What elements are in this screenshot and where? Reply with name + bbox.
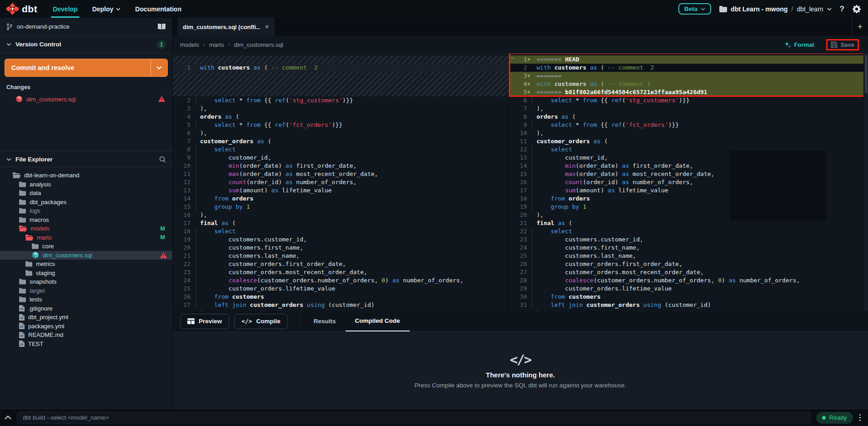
code-line-9[interactable]: 9 customer_id, [173, 154, 508, 162]
code-line-22[interactable]: 22 customer_orders.first_order_date, [173, 260, 508, 268]
tree-item-dbt-project-yml[interactable]: dbt_project.yml [0, 313, 172, 322]
code-line-25[interactable]: 25 customers.last_name, [509, 252, 868, 260]
tree-item-test[interactable]: TEST [0, 340, 172, 349]
tree-item-analysis[interactable]: analysis [0, 180, 172, 189]
code-line-4[interactable]: 4+with customers as ( -- comment 1 [509, 80, 868, 88]
tree-item-packages-yml[interactable]: packages.yml [0, 322, 172, 331]
code-line-27[interactable]: 27 customer_orders.most_recent_order_dat… [509, 268, 868, 276]
commit-options-chevron[interactable] [151, 59, 167, 76]
code-line-32[interactable]: 32) [509, 309, 868, 311]
preview-button[interactable]: Preview [180, 314, 229, 329]
breadcrumb-file[interactable]: dim_customers.sql [234, 41, 283, 48]
code-line-29[interactable]: 29 customer_orders.lifetime_value [509, 285, 868, 293]
dbt-logo[interactable]: dbt [6, 3, 37, 15]
code-line-26[interactable]: 26 customer_orders.first_order_date, [509, 260, 868, 268]
account-project-selector[interactable]: dbt Learn - mwong / dbt_learn [719, 5, 832, 13]
nav-deploy[interactable]: Deploy [92, 0, 121, 18]
scrollbar-thumb[interactable] [865, 55, 868, 94]
code-line-22[interactable]: 22 select [509, 227, 868, 236]
nav-documentation[interactable]: Documentation [135, 0, 181, 18]
code-line-9[interactable]: 9 select * from {{ ref('fct_orders')}} [509, 121, 868, 129]
code-line-13[interactable]: 13 sum(amount) as lifetime_value [173, 186, 508, 195]
tree-item-dbt-learn-on-demand[interactable]: dbt-learn-on-demand [0, 171, 172, 180]
editor-scrollbar[interactable] [863, 54, 868, 311]
code-line-17[interactable]: 17final as ( [173, 219, 508, 227]
code-line-1[interactable]: 1with customers as ( -- comment 2 [173, 64, 508, 72]
tree-item-dbt-packages[interactable]: dbt_packages [0, 198, 172, 207]
command-input[interactable] [17, 411, 811, 424]
breadcrumb-models[interactable]: models [180, 41, 199, 48]
close-tab-icon[interactable]: ✕ [265, 24, 269, 30]
code-line-24[interactable]: 24 customers.first_name, [509, 244, 868, 252]
code-line-11[interactable]: 11 max(order_date) as most_recent_order_… [173, 170, 508, 178]
code-line-2[interactable]: 2with customers as ( -- comment 2 [509, 64, 868, 72]
code-line-31[interactable]: 31 left join customer_orders using (cust… [509, 301, 868, 309]
help-icon[interactable]: ? [840, 5, 844, 14]
search-icon[interactable] [159, 156, 166, 163]
overflow-menu-icon[interactable] [858, 413, 862, 422]
changed-file-item[interactable]: dim_customers.sql [5, 93, 168, 105]
commit-and-resolve-button[interactable]: Commit and resolve [5, 59, 168, 77]
tree-item-macros[interactable]: macros [0, 216, 172, 225]
code-line-26[interactable]: 26 from customers [173, 293, 508, 301]
tab-results[interactable]: Results [304, 311, 346, 331]
file-explorer-header[interactable]: File Explorer [0, 151, 172, 167]
tree-item-staging[interactable]: staging [0, 269, 172, 278]
code-line-18[interactable]: 18 select [173, 227, 508, 236]
tab-dim-customers[interactable]: dim_customers.sql (confli... ✕ [177, 18, 275, 36]
tree-item-core[interactable]: core [0, 242, 172, 251]
code-line-16[interactable]: 16), [173, 211, 508, 219]
code-line-15[interactable]: 15 group by 1 [173, 203, 508, 211]
code-line-20[interactable]: 20 customers.first_name, [173, 244, 508, 252]
code-line-30[interactable]: 30 from customers [509, 293, 868, 301]
tree-item-target[interactable]: target [0, 286, 172, 296]
code-line-19[interactable]: 19 customers.customer_id, [173, 236, 508, 244]
save-button[interactable]: Save [831, 41, 854, 48]
format-button[interactable]: Format [784, 41, 814, 48]
code-line-28[interactable]: 28) [173, 309, 508, 311]
code-line-21[interactable]: 21 customers.last_name, [173, 252, 508, 260]
code-line-5[interactable]: 5 select * from {{ ref('fct_orders')}} [173, 121, 508, 129]
tree-item-readme-md[interactable]: README.md [0, 331, 172, 340]
nav-develop[interactable]: Develop [53, 0, 77, 18]
code-line-28[interactable]: 28 coalesce(customer_orders.number_of_or… [509, 276, 868, 285]
editor-pane-conflict[interactable]: ¬ 1+<<<<<<< HEAD2with customers as ( -- … [509, 54, 868, 311]
code-line-8[interactable]: 8orders as ( [509, 113, 868, 121]
code-line-24[interactable]: 24 coalesce(customer_orders.number_of_or… [173, 276, 508, 285]
code-line-10[interactable]: 10), [509, 129, 868, 137]
tree-item-marts[interactable]: martsM [0, 233, 172, 242]
new-tab-button[interactable]: + [852, 18, 868, 36]
tree-item-models[interactable]: modelsM [0, 224, 172, 233]
code-line-8[interactable]: 8 select [173, 145, 508, 154]
code-line-12[interactable]: 12 count(order_id) as number_of_orders, [173, 178, 508, 186]
code-line-2[interactable]: 2 select * from {{ ref('stg_customers')}… [173, 96, 508, 105]
tree-item-data[interactable]: data [0, 189, 172, 198]
tree-item-logs[interactable]: logs [0, 206, 172, 216]
tree-item-metrics[interactable]: metrics [0, 260, 172, 269]
code-line-11[interactable]: 11customer_orders as ( [509, 137, 868, 145]
docs-book-icon[interactable] [157, 23, 166, 30]
editor-pane-current[interactable]: 1with customers as ( -- comment 22 selec… [173, 54, 509, 311]
chevron-up-icon[interactable] [5, 416, 11, 420]
code-line-27[interactable]: 27 left join customer_orders using (cust… [173, 301, 508, 309]
code-line-7[interactable]: 7customer_orders as ( [173, 137, 508, 145]
code-line-5[interactable]: 5+>>>>>>> b81f802a66fd544504c65721e3ffaa… [509, 88, 868, 96]
tree-item-snapshots[interactable]: snapshots [0, 277, 172, 286]
code-line-6[interactable]: 6 select * from {{ ref('stg_customers')}… [509, 96, 868, 105]
tab-compiled-code[interactable]: Compiled Code [346, 311, 410, 331]
tree-item-dim-customers-sql[interactable]: dim_customers.sql [0, 251, 172, 260]
code-line-23[interactable]: 23 customer_orders.most_recent_order_dat… [173, 268, 508, 276]
version-control-header[interactable]: Version Control 1 [0, 36, 172, 53]
tree-item--gitignore[interactable]: .gitignore [0, 304, 172, 313]
code-line-3[interactable]: 3+======= [509, 72, 868, 80]
code-line-25[interactable]: 25 customer_orders.lifetime_value [173, 285, 508, 293]
tree-item-tests[interactable]: tests [0, 295, 172, 304]
gear-icon[interactable] [853, 5, 861, 13]
beta-selector[interactable]: Beta [678, 3, 711, 15]
code-line-6[interactable]: 6), [173, 129, 508, 137]
code-line-7[interactable]: 7), [509, 105, 868, 113]
code-line-10[interactable]: 10 min(order_date) as first_order_date, [173, 162, 508, 170]
compile-button[interactable]: </> Compile [234, 314, 288, 329]
code-line-3[interactable]: 3), [173, 105, 508, 113]
code-line-4[interactable]: 4orders as ( [173, 113, 508, 121]
